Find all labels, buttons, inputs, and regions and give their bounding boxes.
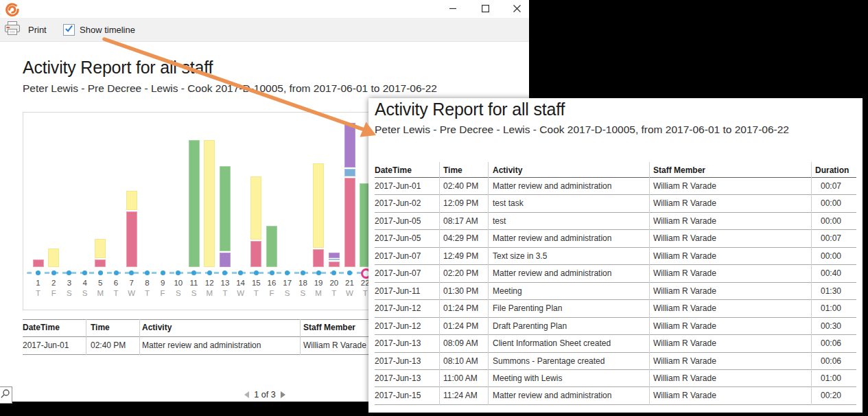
table-cell: 00:20 — [821, 387, 841, 404]
table-cell: Matter review and administration — [142, 337, 261, 354]
table-cell: 01:30 PM — [443, 283, 478, 299]
table-cell: 2017-Jun-07 — [375, 248, 421, 264]
table-cell: 00:00 — [821, 213, 841, 229]
table-cell: William R Varade — [653, 318, 716, 334]
table-cell: 01:30 — [821, 283, 841, 299]
chevron-right-icon[interactable] — [281, 391, 285, 398]
chart-bar-segment — [126, 191, 137, 211]
table-cell: 02:40 PM — [91, 337, 126, 354]
axis-day-label: 3 — [62, 279, 77, 287]
table-cell: William R Varade — [653, 335, 716, 351]
page-indicator: 1 of 3 — [254, 390, 275, 400]
timeline-dot — [222, 270, 227, 275]
minimize-button[interactable] — [441, 0, 465, 18]
axis-day-label: 15 — [248, 279, 263, 287]
column-separator — [86, 319, 86, 355]
timeline-dot — [347, 270, 352, 275]
chart-bar-segment — [313, 163, 324, 249]
axis-day-label: 21 — [342, 279, 357, 287]
minimize-icon — [449, 4, 457, 14]
maximize-button[interactable] — [473, 0, 497, 18]
axis-weekday-label: S — [171, 289, 186, 297]
timeline-dot — [145, 270, 150, 275]
chart-bar-segment — [344, 123, 355, 168]
axis-day-label: 18 — [295, 279, 310, 287]
axis-weekday-label: T — [218, 289, 233, 297]
column-header: Activity — [493, 165, 522, 175]
timeline-dot — [51, 270, 56, 275]
timeline-dot — [176, 270, 180, 275]
table-cell: 2017-Jun-01 — [23, 337, 69, 354]
chart-bar-segment — [266, 226, 277, 268]
table-cell: 00:07 — [821, 178, 841, 194]
chart-bar-segment — [126, 211, 137, 268]
chart-bar-segment — [250, 176, 261, 240]
table-cell: 00:00 — [821, 195, 841, 211]
table-cell: Meeting with Lewis — [493, 370, 562, 386]
maximize-icon — [482, 4, 489, 14]
column-separator — [488, 162, 489, 405]
chart-bar-segment — [313, 249, 324, 268]
axis-day-label: 12 — [202, 279, 217, 287]
close-button[interactable] — [505, 0, 528, 18]
axis-weekday-label: S — [62, 289, 77, 297]
timeline-dot — [331, 270, 336, 275]
show-timeline-label: Show timeline — [80, 25, 135, 35]
chart-bar-segment — [48, 249, 59, 268]
table-cell: William R Varade — [653, 213, 716, 229]
close-icon — [513, 4, 521, 14]
timeline-dot — [67, 270, 71, 275]
show-timeline-checkbox[interactable] — [63, 24, 75, 36]
table-cell: William R Varade — [653, 195, 716, 211]
axis-day-label: 11 — [187, 279, 202, 287]
table-cell: 01:00 — [821, 370, 841, 386]
table-cell: 04:29 PM — [443, 230, 478, 246]
axis-weekday-label: F — [264, 289, 279, 297]
timeline-dot — [129, 270, 134, 275]
table-cell: 00:40 — [821, 265, 841, 281]
table-cell: Matter review and administration — [493, 230, 611, 246]
axis-weekday-label: M — [311, 289, 326, 297]
table-cell: 01:24 PM — [443, 318, 478, 334]
axis-day-label: 5 — [93, 279, 108, 287]
table-cell: Matter review and administration — [493, 178, 611, 194]
timeline-dot — [191, 270, 196, 275]
axis-weekday-label: F — [155, 289, 170, 297]
overlay-subtitle: Peter Lewis - Pre Decree - Lewis - Cook … — [375, 124, 789, 136]
timeline-dot — [238, 270, 243, 275]
search-button[interactable] — [0, 386, 12, 404]
print-button[interactable]: Print — [4, 20, 47, 39]
timeline-dot — [270, 270, 274, 275]
table-cell: 2017-Jun-13 — [375, 335, 421, 351]
column-separator — [139, 319, 140, 355]
chart-bar-segment — [189, 140, 200, 268]
table-cell: 00:00 — [821, 248, 841, 264]
table-cell: Summons - Parentage created — [493, 353, 605, 369]
chevron-left-icon[interactable] — [244, 391, 249, 398]
show-timeline-toggle[interactable]: Show timeline — [63, 21, 135, 38]
axis-weekday-label: T — [31, 289, 46, 297]
table-cell: 00:30 — [821, 318, 841, 334]
table-cell: 08:09 AM — [443, 335, 478, 351]
table-cell: 2017-Jun-13 — [375, 370, 421, 386]
table-cell: William R Varade — [653, 230, 716, 246]
table-cell: William R Varade — [653, 283, 716, 299]
column-header: Duration — [815, 165, 849, 175]
overlay-title: Activity Report for all staff — [375, 100, 565, 119]
axis-weekday-label: T — [108, 289, 124, 297]
axis-day-label: 4 — [78, 279, 93, 287]
axis-day-label: 2 — [46, 279, 61, 287]
table-cell: 01:24 PM — [443, 300, 478, 316]
axis-day-label: 8 — [139, 279, 154, 287]
table-cell: Text size in 3.5 — [493, 248, 547, 264]
axis-day-label: 10 — [171, 279, 186, 287]
chart-bar-segment — [344, 178, 355, 268]
axis-day-label: 7 — [124, 279, 139, 287]
timeline-dot — [285, 270, 290, 275]
timeline-dot — [316, 270, 321, 275]
column-separator — [649, 162, 650, 405]
table-cell: William R Varade — [303, 337, 366, 354]
table-cell: Draft Parenting Plan — [493, 318, 567, 334]
search-icon — [0, 389, 10, 402]
axis-weekday-label: S — [295, 289, 310, 297]
